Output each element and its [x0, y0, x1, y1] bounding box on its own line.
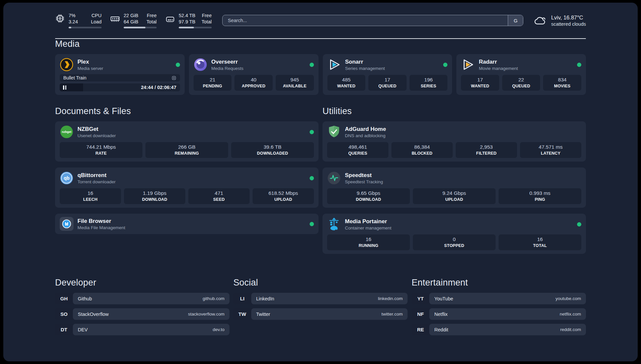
qbittorrent-stats: 16LEECH 1.19 GbpsDOWNLOAD 471SEED 618.52…	[60, 188, 314, 204]
stat-value: 47.571 ms	[521, 144, 580, 150]
link-dev[interactable]: DT DEV dev.to	[55, 324, 229, 335]
link-url: netflix.com	[560, 312, 581, 317]
speedtest-stats: 9.65 GbpsDOWNLOAD 9.24 GbpsUPLOAD 0.993 …	[327, 188, 581, 204]
link-twitter[interactable]: TW Twitter twitter.com	[233, 308, 408, 320]
stat-pending: 21PENDING	[194, 75, 232, 91]
stat-label: QUERIES	[328, 151, 387, 156]
stat-label: UPLOAD	[254, 197, 313, 202]
stat-label: DOWNLOAD	[328, 197, 409, 202]
speedtest-titles: Speedtest Speedtest Tracking	[345, 172, 383, 184]
link-youtube[interactable]: YT YouTube youtube.com	[412, 293, 586, 304]
stat-upload: 9.24 GbpsUPLOAD	[413, 188, 496, 204]
link-name: StackOverflow	[78, 312, 108, 317]
nzbget-stats: 744.21 MbpsRATE 266 GBREMAINING 39.6 TBD…	[60, 142, 314, 158]
stat-label: LEECH	[61, 197, 120, 202]
link-stackoverflow[interactable]: SO StackOverflow stackoverflow.com	[55, 308, 229, 320]
portainer-card[interactable]: Media Portainer Container management 16R…	[322, 214, 586, 254]
stat-value: 945	[277, 77, 313, 83]
search-bar: G	[222, 15, 523, 26]
top-bar: 7%CPU 3.24Load 22 GiBFree 64 GiB	[55, 13, 586, 28]
memory-free-label: Free	[147, 13, 157, 19]
weather-widget[interactable]: Lviv, 16.87°C scattered clouds	[534, 14, 586, 27]
link-name: LinkedIn	[256, 296, 274, 301]
stat-available: 945AVAILABLE	[276, 75, 314, 91]
disk-total: 97.9 TB	[179, 19, 196, 25]
dashboard-content: 7%CPU 3.24Load 22 GiBFree 64 GiB	[3, 13, 638, 335]
stat-value: 196	[411, 77, 446, 83]
link-url: linkedin.com	[378, 296, 403, 301]
link-github[interactable]: GH Github github.com	[55, 293, 229, 304]
stat-value: 471	[190, 190, 248, 196]
qbittorrent-card-header: qb qBittorrent Torrent downloader	[60, 171, 314, 185]
link-reddit[interactable]: RE Reddit reddit.com	[412, 324, 586, 335]
stat-value: 9.24 Gbps	[414, 190, 494, 196]
playback-progress-bar: 24:44 / 02:06:47	[60, 83, 180, 91]
cpu-load: 3.24	[69, 19, 78, 25]
link-body: DEV dev.to	[73, 324, 229, 335]
stat-seed: 471SEED	[188, 188, 250, 204]
entertainment-column: Entertainment YT YouTube youtube.com NF …	[412, 278, 586, 335]
stat-value: 1.19 Gbps	[125, 190, 184, 196]
radarr-stats: 17WANTED 22QUEUED 834MOVIES	[461, 75, 581, 91]
stat-value: 17	[370, 77, 405, 83]
stat-value: 485	[329, 77, 364, 83]
qbittorrent-card[interactable]: qb qBittorrent Torrent downloader 16LEEC…	[55, 167, 319, 208]
weather-location-temp: Lviv, 16.87°C	[551, 15, 586, 21]
link-linkedin[interactable]: LI LinkedIn linkedin.com	[233, 293, 408, 304]
app-subtitle: DNS and adblocking	[345, 133, 386, 138]
link-netflix[interactable]: NF Netflix netflix.com	[412, 308, 586, 320]
stat-running: 16RUNNING	[327, 234, 410, 250]
memory-total-label: Total	[146, 19, 157, 25]
radarr-card[interactable]: Radarr Movie management 17WANTED 22QUEUE…	[456, 54, 586, 95]
stat-label: REMAINING	[147, 151, 227, 156]
stat-value: 86,384	[393, 144, 451, 150]
app-subtitle: Movie management	[479, 66, 518, 71]
speedtest-card[interactable]: Speedtest Speedtest Tracking 9.65 GbpsDO…	[322, 167, 586, 208]
stat-label: DOWNLOAD	[125, 197, 184, 202]
section-title-entertainment: Entertainment	[412, 278, 586, 288]
search-engine-button[interactable]: G	[508, 15, 523, 26]
cloud-icon	[534, 14, 546, 27]
stat-value: 834	[544, 77, 580, 83]
link-tag: TW	[233, 308, 251, 320]
session-info-icon	[171, 76, 176, 80]
stat-download: 1.19 GbpsDOWNLOAD	[124, 188, 185, 204]
stat-approved: 40APPROVED	[234, 75, 273, 91]
middle-columns: Documents & Files nzbget NZBGet Usenet d	[55, 106, 586, 254]
link-url: stackoverflow.com	[188, 312, 224, 317]
adguard-card[interactable]: AdGuard Home DNS and adblocking 498,461Q…	[322, 121, 586, 162]
app-subtitle: Media File Management	[77, 225, 125, 230]
stat-downloaded: 39.6 TBDOWNLOADED	[231, 142, 314, 158]
overseerr-card[interactable]: Overseerr Media Requests 21PENDING 40APP…	[189, 54, 319, 95]
stat-label: SERIES	[411, 84, 446, 88]
pause-icon[interactable]	[63, 85, 66, 90]
app-subtitle: Media Requests	[211, 66, 244, 71]
cpu-readout: 7%CPU 3.24Load	[69, 13, 102, 28]
link-body: YouTube youtube.com	[429, 293, 586, 304]
memory-widget: 22 GiBFree 64 GiBTotal	[110, 13, 157, 28]
search-input[interactable]	[223, 15, 508, 26]
overseerr-card-header: Overseerr Media Requests	[194, 58, 314, 72]
now-playing-title: Bullet Train	[63, 75, 86, 80]
status-dot	[176, 63, 180, 67]
plex-card[interactable]: Plex Media server Bullet Train	[55, 54, 185, 95]
memory-readout: 22 GiBFree 64 GiBTotal	[124, 13, 157, 28]
adguard-stats: 498,461QUERIES 86,384BLOCKED 2,953FILTER…	[327, 142, 581, 158]
cpu-icon	[55, 14, 65, 23]
nzbget-card[interactable]: nzbget NZBGet Usenet downloader 744.21 M…	[55, 121, 319, 162]
link-tag: RE	[412, 324, 429, 335]
stat-series: 196SERIES	[410, 75, 448, 91]
link-url: reddit.com	[560, 327, 581, 332]
app-title: NZBGet	[77, 126, 116, 133]
filebrowser-card[interactable]: File Browser Media File Management	[55, 214, 319, 234]
disk-progress-fill	[179, 27, 194, 28]
sonarr-card[interactable]: Sonarr Series management 485WANTED 17QUE…	[323, 54, 452, 95]
stat-label: BLOCKED	[393, 151, 451, 156]
stat-download: 9.65 GbpsDOWNLOAD	[327, 188, 410, 204]
app-subtitle: Series management	[345, 66, 385, 71]
stat-label: APPROVED	[236, 84, 271, 88]
link-url: github.com	[203, 296, 225, 301]
media-card-grid: Plex Media server Bullet Train	[55, 54, 586, 95]
status-dot	[310, 130, 314, 134]
stat-blocked: 86,384BLOCKED	[391, 142, 453, 158]
